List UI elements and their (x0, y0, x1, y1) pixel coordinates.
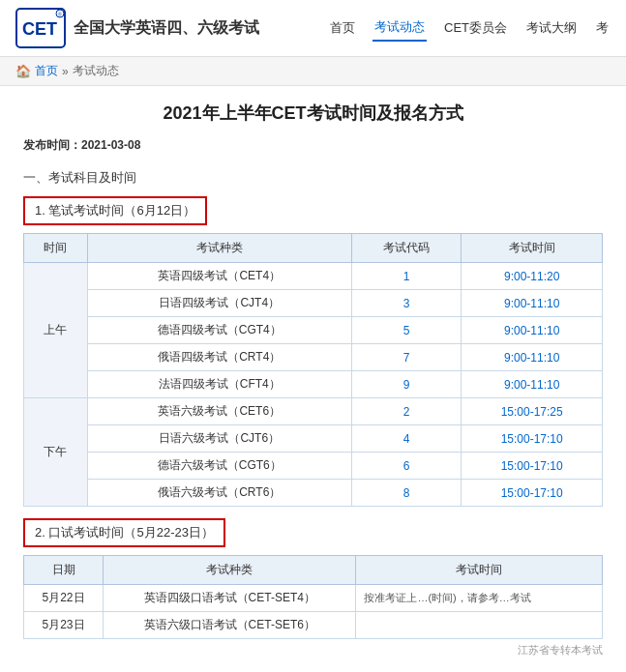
logo-area: CET ® 全国大学英语四、六级考试 (15, 8, 259, 48)
exam-code: 6 (351, 453, 462, 480)
table-row: 上午 英语四级考试（CET4） 1 9:00-11:20 (24, 263, 603, 290)
main-nav: 首页 考试动态 CET委员会 考试大纲 考 (328, 15, 611, 42)
written-exam-label: 1. 笔试考试时间（6月12日） (23, 196, 207, 225)
table-row: 俄语四级考试（CRT4） 7 9:00-11:10 (24, 344, 603, 371)
exam-type: 俄语四级考试（CRT4） (87, 344, 351, 371)
col-period: 时间 (24, 234, 88, 263)
oral-date: 5月23日 (24, 612, 104, 639)
exam-type: 法语四级考试（CFT4） (87, 371, 351, 398)
oral-note: 按准考证上…(时间)，请参考…考试 (356, 585, 603, 612)
home-icon: 🏠 (15, 64, 31, 78)
exam-code: 7 (351, 344, 462, 371)
exam-code: 2 (351, 398, 462, 425)
exam-time: 15:00-17:10 (462, 453, 603, 480)
oral-col-time: 考试时间 (356, 556, 603, 585)
exam-code: 5 (351, 317, 462, 344)
exam-code: 4 (351, 425, 462, 453)
oral-col-date: 日期 (24, 556, 104, 585)
col-time: 考试时间 (462, 234, 603, 263)
exam-code: 3 (351, 290, 462, 317)
nav-news[interactable]: 考试动态 (373, 15, 427, 42)
exam-time: 15:00-17:10 (462, 425, 603, 453)
table-row: 日语六级考试（CJT6） 4 15:00-17:10 (24, 425, 603, 453)
oral-col-type: 考试种类 (104, 556, 356, 585)
table-row: 日语四级考试（CJT4） 3 9:00-11:10 (24, 290, 603, 317)
nav-more[interactable]: 考 (594, 15, 611, 41)
breadcrumb: 🏠 首页 » 考试动态 (0, 57, 626, 86)
oral-date: 5月22日 (24, 585, 104, 612)
exam-time: 9:00-11:20 (462, 263, 603, 290)
main-content: 2021年上半年CET考试时间及报名方式 发布时间：2021-03-08 一、考… (0, 86, 626, 672)
section1-title: 一、考试科目及时间 (23, 169, 603, 187)
table-row: 德语六级考试（CGT6） 6 15:00-17:10 (24, 453, 603, 480)
cet-logo-icon: CET ® (15, 8, 66, 48)
period-afternoon: 下午 (24, 398, 88, 507)
nav-syllabus[interactable]: 考试大纲 (524, 15, 579, 41)
table-row: 下午 英语六级考试（CET6） 2 15:00-17:25 (24, 398, 603, 425)
exam-type: 日语四级考试（CJT4） (87, 290, 351, 317)
watermark-text: 江苏省专转本考试 (23, 639, 603, 661)
site-title: 全国大学英语四、六级考试 (74, 18, 259, 39)
breadcrumb-separator: » (62, 65, 69, 78)
nav-committee[interactable]: CET委员会 (442, 15, 509, 41)
table-row: 5月22日 英语四级口语考试（CET-SET4） 按准考证上…(时间)，请参考…… (24, 585, 603, 612)
article-title: 2021年上半年CET考试时间及报名方式 (23, 102, 603, 126)
exam-type: 俄语六级考试（CRT6） (87, 480, 351, 507)
nav-home[interactable]: 首页 (328, 15, 357, 41)
col-type: 考试种类 (87, 234, 351, 263)
publish-date: 2021-03-08 (81, 138, 140, 152)
svg-text:®: ® (58, 12, 62, 17)
exam-time: 9:00-11:10 (462, 290, 603, 317)
written-exam-table: 时间 考试种类 考试代码 考试时间 上午 英语四级考试（CET4） 1 9:00… (23, 233, 603, 507)
exam-type: 德语四级考试（CGT4） (87, 317, 351, 344)
exam-code: 8 (351, 480, 462, 507)
publish-label: 发布时间： (23, 138, 81, 152)
exam-type: 日语六级考试（CJT6） (87, 425, 351, 453)
publish-time: 发布时间：2021-03-08 (23, 137, 603, 154)
svg-text:CET: CET (22, 19, 57, 39)
oral-type: 英语六级口语考试（CET-SET6） (104, 612, 356, 639)
exam-type: 英语四级考试（CET4） (87, 263, 351, 290)
site-header: CET ® 全国大学英语四、六级考试 首页 考试动态 CET委员会 考试大纲 考 (0, 0, 626, 57)
exam-time: 15:00-17:25 (462, 398, 603, 425)
table-row: 德语四级考试（CGT4） 5 9:00-11:10 (24, 317, 603, 344)
exam-code: 1 (351, 263, 462, 290)
exam-type: 德语六级考试（CGT6） (87, 453, 351, 480)
breadcrumb-current: 考试动态 (73, 63, 119, 79)
table-row: 法语四级考试（CFT4） 9 9:00-11:10 (24, 371, 603, 398)
col-code: 考试代码 (351, 234, 462, 263)
oral-type: 英语四级口语考试（CET-SET4） (104, 585, 356, 612)
exam-time: 9:00-11:10 (462, 317, 603, 344)
oral-exam-table: 日期 考试种类 考试时间 5月22日 英语四级口语考试（CET-SET4） 按准… (23, 555, 603, 639)
period-morning: 上午 (24, 263, 88, 398)
oral-exam-label: 2. 口试考试时间（5月22-23日） (23, 518, 225, 547)
table-row: 5月23日 英语六级口语考试（CET-SET6） (24, 612, 603, 639)
exam-time: 15:00-17:10 (462, 480, 603, 507)
exam-type: 英语六级考试（CET6） (87, 398, 351, 425)
exam-code: 9 (351, 371, 462, 398)
exam-time: 9:00-11:10 (462, 371, 603, 398)
breadcrumb-home-link[interactable]: 首页 (35, 63, 58, 79)
oral-note-2 (356, 612, 603, 639)
exam-time: 9:00-11:10 (462, 344, 603, 371)
table-row: 俄语六级考试（CRT6） 8 15:00-17:10 (24, 480, 603, 507)
